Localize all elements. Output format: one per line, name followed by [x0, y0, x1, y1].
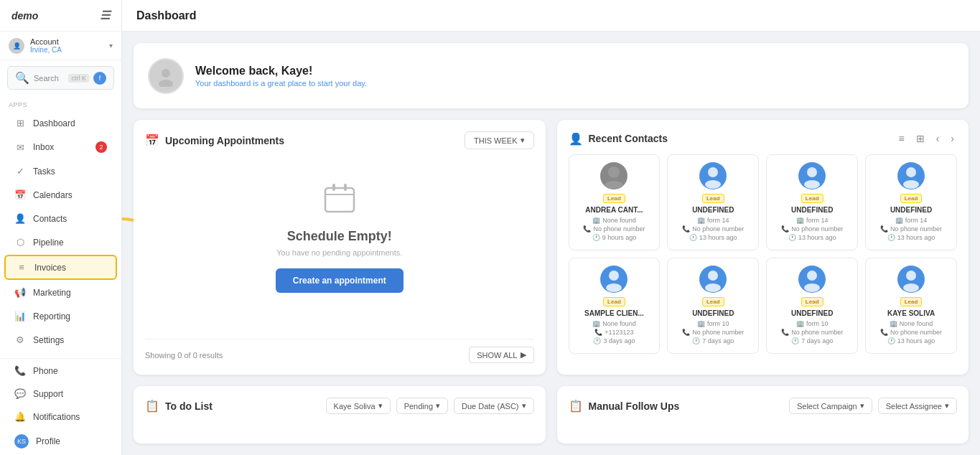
contact-phone: 📞 No phone number — [880, 329, 942, 336]
search-action-icon[interactable]: f — [93, 72, 106, 85]
account-avatar: 👤 — [9, 38, 24, 54]
contact-badge: Lead — [801, 297, 823, 306]
sidebar-item-dashboard[interactable]: ⊞ Dashboard — [4, 112, 117, 134]
prev-button[interactable]: ‹ — [933, 131, 943, 146]
profile-icon: KS — [14, 434, 29, 449]
contact-card-item[interactable]: Lead UNDEFINED 🏢 form 14 📞 No phone numb… — [766, 154, 858, 250]
show-all-button[interactable]: SHOW ALL ▶ — [469, 347, 533, 363]
clock-icon: 🕐 — [887, 234, 895, 241]
page-title: Dashboard — [136, 9, 197, 22]
contacts-grid: Lead ANDREA CANT... 🏢 None found 📞 No ph… — [569, 154, 958, 354]
contact-source: 🏢 None found — [890, 320, 933, 327]
account-location: Irvine, CA — [30, 46, 103, 54]
contact-source: 🏢 form 10 — [796, 320, 829, 327]
sidebar-item-phone[interactable]: 📞 Phone — [4, 360, 117, 382]
contact-avatar — [600, 162, 627, 189]
welcome-banner: Welcome back, Kaye! Your dashboard is a … — [134, 43, 969, 108]
todo-title-text: To do List — [165, 400, 213, 412]
apps-label: Apps — [0, 95, 121, 111]
phone-icon: 📞 — [880, 225, 888, 233]
contact-time: 🕐 13 hours ago — [887, 234, 935, 241]
clock-icon: 🕐 — [593, 337, 601, 344]
source-icon: 🏢 — [796, 320, 804, 327]
sidebar-item-inbox[interactable]: ✉ Inbox 2 — [4, 136, 117, 159]
settings-icon: ⚙ — [14, 334, 26, 345]
search-shortcut: ctrl K — [68, 74, 89, 83]
sidebar-item-reporting[interactable]: 📊 Reporting — [4, 305, 117, 327]
source-icon: 🏢 — [697, 320, 705, 327]
follow-assignee-filter[interactable]: Select Assignee ▾ — [878, 398, 957, 414]
contact-badge: Lead — [702, 297, 724, 306]
list-view-button[interactable]: ≡ — [895, 131, 907, 146]
contact-time: 🕐 7 days ago — [791, 337, 833, 344]
welcome-title: Welcome back, Kaye! — [195, 65, 367, 78]
sidebar-item-settings[interactable]: ⚙ Settings — [4, 329, 117, 351]
contacts-title: 👤 Recent Contacts — [569, 132, 668, 146]
contact-card-item[interactable]: Lead UNDEFINED 🏢 form 14 📞 No phone numb… — [865, 154, 957, 250]
sidebar-item-marketing[interactable]: 📢 Marketing — [4, 281, 117, 304]
next-button[interactable]: › — [948, 131, 957, 146]
contact-card-item[interactable]: Lead KAYE SOLIVA 🏢 None found 📞 No phone… — [865, 258, 957, 354]
contact-name: UNDEFINED — [774, 206, 850, 214]
svg-point-0 — [162, 69, 170, 78]
contact-name: UNDEFINED — [774, 309, 850, 317]
contact-source: 🏢 form 10 — [697, 320, 729, 327]
sidebar-item-label: Calendars — [33, 190, 73, 200]
create-appointment-button[interactable]: Create an appointment — [276, 268, 403, 293]
contact-card-item[interactable]: Lead ANDREA CANT... 🏢 None found 📞 No ph… — [569, 154, 661, 250]
sidebar-item-pipeline[interactable]: ⬡ Pipeline — [4, 231, 117, 253]
sidebar-item-calendars[interactable]: 📅 Calendars — [4, 184, 117, 206]
sidebar-item-invoices[interactable]: ≡ Invoices — [4, 255, 117, 280]
contact-phone: 📞 No phone number — [781, 329, 843, 336]
contact-card-item[interactable]: Lead UNDEFINED 🏢 form 14 📞 No phone numb… — [667, 154, 759, 250]
search-bar[interactable]: 🔍 Search ctrl K f — [7, 66, 114, 90]
sidebar-item-contacts[interactable]: 👤 Contacts — [4, 207, 117, 230]
svg-rect-2 — [325, 188, 354, 212]
sidebar-item-support[interactable]: 💬 Support — [4, 383, 117, 405]
contacts-card: 👤 Recent Contacts ≡ ⊞ ‹ › Lead ANDREA CA… — [557, 120, 969, 375]
contact-card-item[interactable]: Lead SAMPLE CLIEN... 🏢 None found 📞 +112… — [569, 258, 661, 354]
clock-icon: 🕐 — [689, 234, 697, 241]
sidebar-item-label: Contacts — [33, 214, 67, 224]
sidebar-item-tasks[interactable]: ✓ Tasks — [4, 160, 117, 182]
contact-avatar — [798, 266, 826, 293]
sidebar-item-label: Support — [33, 389, 63, 399]
notifications-icon: 🔔 — [14, 411, 26, 422]
manual-follow-header: 📋 Manual Follow Ups Select Campaign ▾ Se… — [569, 398, 958, 414]
calendars-icon: 📅 — [14, 189, 26, 200]
svg-point-12 — [804, 180, 820, 189]
contact-card-item[interactable]: Lead UNDEFINED 🏢 form 10 📞 No phone numb… — [667, 258, 759, 354]
source-icon: 🏢 — [796, 217, 804, 224]
sidebar-item-profile[interactable]: KS Profile — [4, 428, 117, 454]
contact-time: 🕐 3 days ago — [593, 337, 635, 344]
empty-calendar-icon — [322, 179, 358, 222]
tasks-icon: ✓ — [14, 166, 26, 177]
svg-point-11 — [807, 167, 817, 177]
showing-text: Showing 0 of 0 results — [145, 351, 223, 360]
contact-avatar — [897, 162, 925, 189]
contact-avatar — [897, 266, 925, 293]
contact-card-item[interactable]: Lead UNDEFINED 🏢 form 10 📞 No phone numb… — [766, 258, 858, 354]
sort-filter[interactable]: Due Date (ASC) ▾ — [454, 398, 533, 414]
contact-phone: 📞 No phone number — [880, 225, 942, 233]
assignee-filter[interactable]: Kaye Soliva ▾ — [326, 398, 391, 414]
sidebar-item-notifications[interactable]: 🔔 Notifications — [4, 405, 117, 428]
contact-badge: Lead — [603, 297, 625, 306]
phone-icon: 📞 — [682, 329, 690, 336]
manual-follow-title: 📋 Manual Follow Ups — [569, 399, 680, 413]
account-section[interactable]: 👤 Account Irvine, CA ▾ — [0, 32, 121, 60]
inbox-badge: 2 — [95, 141, 107, 153]
campaign-filter[interactable]: Select Campaign ▾ — [789, 398, 872, 414]
clock-icon: 🕐 — [592, 234, 600, 241]
status-filter[interactable]: Pending ▾ — [396, 398, 448, 414]
todo-title: 📋 To do List — [145, 399, 213, 413]
this-week-filter[interactable]: THIS WEEK ▾ — [465, 131, 534, 149]
grid-view-button[interactable]: ⊞ — [913, 131, 928, 146]
svg-point-8 — [605, 181, 623, 189]
follow-filters: Select Campaign ▾ Select Assignee ▾ — [789, 398, 957, 414]
contact-phone: 📞 +1123123 — [594, 329, 633, 336]
hamburger-icon[interactable]: ☰ — [100, 9, 110, 22]
sidebar: demo ☰ 👤 Account Irvine, CA ▾ 🔍 Search c… — [0, 0, 122, 455]
support-icon: 💬 — [14, 388, 26, 399]
phone-icon: 📞 — [14, 365, 26, 376]
